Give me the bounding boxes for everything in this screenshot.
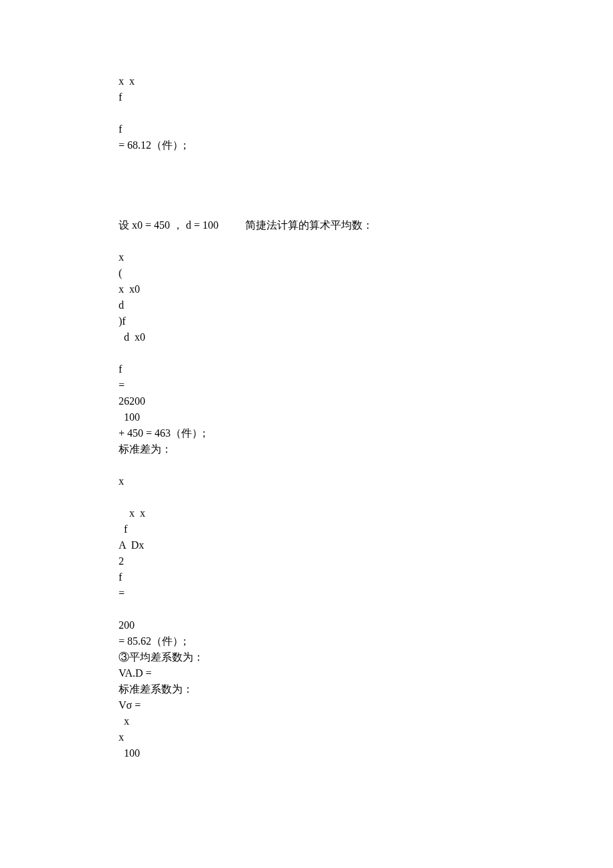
text-line: d xyxy=(119,297,613,313)
blank-gap xyxy=(119,153,613,217)
text-line: = 85.62（件）; xyxy=(119,633,613,649)
text-line: 标准差为： xyxy=(119,441,613,457)
text-line: 设 x0 = 450 ， d = 100 简捷法计算的算术平均数： xyxy=(119,217,613,233)
text-line: d x0 xyxy=(119,329,613,345)
text-line: )f xyxy=(119,313,613,329)
text-line: = xyxy=(119,585,613,601)
text-line: 26200 xyxy=(119,393,613,409)
text-line xyxy=(119,233,613,249)
text-line: A Dx xyxy=(119,537,613,553)
text-line: x xyxy=(119,473,613,489)
text-line: 2 xyxy=(119,553,613,569)
document-page: x x f f = 68.12（件）; 设 x0 = 450 ， d = 100… xyxy=(0,0,613,868)
text-line: x x xyxy=(119,505,613,521)
text-line xyxy=(119,457,613,473)
text-line: ③平均差系数为： xyxy=(119,649,613,665)
text-line: f xyxy=(119,569,613,585)
text-line: x x xyxy=(119,73,613,89)
text-line: 100 xyxy=(119,409,613,425)
text-line: + 450 = 463（件）; xyxy=(119,425,613,441)
blank-gap xyxy=(119,601,613,617)
text-line: = xyxy=(119,377,613,393)
text-line: = 68.12（件）; xyxy=(119,137,613,153)
text-line: f xyxy=(119,521,613,537)
text-line: 200 xyxy=(119,617,613,633)
text-line xyxy=(119,105,613,121)
text-line: x xyxy=(119,729,613,745)
text-line: f xyxy=(119,121,613,137)
text-line: x xyxy=(119,249,613,265)
text-line: VA.D = xyxy=(119,665,613,681)
text-line: f xyxy=(119,89,613,105)
text-line: Vσ = xyxy=(119,697,613,713)
text-line: f xyxy=(119,361,613,377)
text-line: ( xyxy=(119,265,613,281)
text-line: 100 xyxy=(119,745,613,761)
text-line: 标准差系数为： xyxy=(119,681,613,697)
text-line xyxy=(119,489,613,505)
text-line: x x0 xyxy=(119,281,613,297)
text-line: x xyxy=(119,713,613,729)
text-line xyxy=(119,345,613,361)
